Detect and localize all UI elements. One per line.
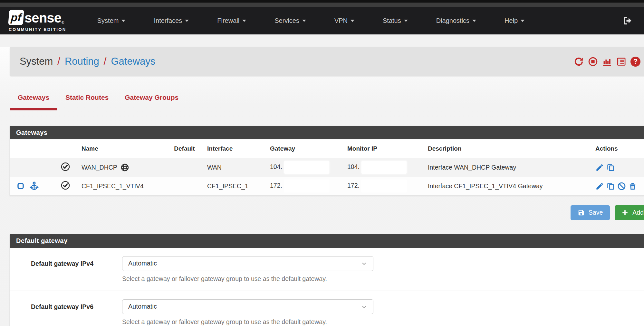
selected-option: Automatic [128,303,157,310]
copy-icon[interactable] [606,163,615,172]
redacted-ip [284,161,329,174]
list-icon[interactable] [616,57,626,67]
pfsense-logo[interactable]: pf sense ® COMMUNITY EDITION [9,10,66,32]
globe-icon [120,163,129,172]
col-description: Description [422,139,590,158]
col-monitor-ip: Monitor IP [341,139,422,158]
chevron-down-icon [521,20,524,22]
gateway-ip: 104. [270,163,282,170]
field-help-text: Select a gateway or failover gateway gro… [122,318,373,326]
edit-icon[interactable] [595,182,604,191]
add-button[interactable]: Add [615,205,644,220]
gateway-ip: 172. [270,182,282,189]
default-cell [168,158,201,177]
tab-bar: Gateways Static Routes Gateway Groups [10,94,644,110]
question-circle-icon[interactable]: ? [630,57,640,67]
refresh-icon[interactable] [574,57,584,67]
field-help-text: Select a gateway or failover gateway gro… [122,275,373,283]
logo-sense-text: sense [24,11,61,25]
logo-registered-mark: ® [62,21,64,24]
edit-icon[interactable] [595,163,604,172]
anchor-icon [29,181,39,191]
save-button-label: Save [589,209,603,216]
description-cell: Interface CF1_IPSEC_1_VTIV4 Gateway [422,177,590,195]
nav-item-label: Interfaces [154,17,182,24]
nav-item-label: Status [383,17,401,24]
select-square-icon[interactable] [17,182,24,190]
save-icon [578,209,585,216]
chevron-down-icon [121,20,125,22]
redacted-ip [361,161,407,174]
window-top-edge [0,0,644,3]
gateway-name: CF1_IPSEC_1_VTIV4 [76,177,168,195]
pf-logo-box: pf [8,10,24,25]
table-button-row: Save Add [10,205,644,220]
plus-icon [621,209,629,216]
col-default: Default [168,139,201,158]
nav-item-label: Help [505,17,518,24]
nav-item-help[interactable]: Help [505,17,524,24]
gateways-table: Name Default Interface Gateway Monitor I… [10,139,644,196]
breadcrumb: System / Routing / Gateways [10,47,644,76]
col-gateway: Gateway [264,139,341,158]
nav-item-vpn[interactable]: VPN [334,17,354,24]
gateways-panel: Gateways Name Default Interface Gateway … [10,126,644,196]
nav-item-diagnostics[interactable]: Diagnostics [436,17,476,24]
monitor-ip: 104. [347,163,360,170]
logout-button[interactable] [623,15,633,26]
col-name: Name [76,139,168,158]
chevron-down-icon [404,20,408,22]
chevron-down-icon [242,20,246,22]
default-gateway-ipv6-label: Default gateway IPv6 [31,299,118,326]
nav-item-label: VPN [334,17,348,24]
breadcrumb-system: System [20,56,53,67]
chevron-down-icon [361,260,367,267]
check-circle-icon [61,181,70,190]
add-button-label: Add [632,209,644,216]
tab-gateways[interactable]: Gateways [10,94,57,110]
nav-item-firewall[interactable]: Firewall [217,17,246,24]
monitor-ip: 172. [347,182,360,189]
chevron-down-icon [185,20,189,22]
trash-icon[interactable] [628,182,637,191]
bar-chart-icon[interactable] [602,57,612,67]
breadcrumb-gateways-link[interactable]: Gateways [111,56,155,67]
nav-item-services[interactable]: Services [274,17,306,24]
save-button[interactable]: Save [571,205,610,220]
check-circle-icon [61,162,70,172]
description-cell: Interface WAN_DHCP Gateway [422,158,590,177]
tab-static-routes[interactable]: Static Routes [57,94,117,110]
nav-item-label: Diagnostics [436,17,469,24]
default-cell [168,177,201,195]
disable-icon[interactable] [617,182,626,191]
window-titlebar-strip [0,3,644,7]
breadcrumb-routing-link[interactable]: Routing [65,56,99,67]
interface-cell: CF1_IPSEC_1 [201,177,264,195]
page-content: System / Routing / Gateways [0,47,644,326]
default-gateway-ipv4-row: Default gateway IPv4 Automatic Select a … [10,248,644,291]
nav-item-interfaces[interactable]: Interfaces [154,17,189,24]
col-actions: Actions [590,139,644,158]
default-gateway-ipv6-select[interactable]: Automatic [122,299,373,314]
chevron-down-icon [472,20,476,22]
chevron-down-icon [351,20,354,22]
default-gateway-panel-title: Default gateway [10,234,644,248]
nav-item-label: System [97,17,119,24]
nav-item-status[interactable]: Status [383,17,408,24]
breadcrumb-separator: / [104,56,107,67]
nav-item-system[interactable]: System [97,17,126,24]
sign-out-icon [623,15,633,26]
copy-icon[interactable] [606,182,615,191]
selected-option: Automatic [128,260,157,267]
chevron-down-icon [361,303,367,310]
breadcrumb-separator: / [57,56,60,67]
interface-cell: WAN [201,158,264,177]
table-row: CF1_IPSEC_1_VTIV4 CF1_IPSEC_1 172. 172. … [10,177,644,195]
default-gateway-ipv4-label: Default gateway IPv4 [31,256,118,283]
tab-gateway-groups[interactable]: Gateway Groups [117,94,187,110]
redacted-ip [361,180,407,192]
logo-edition-text: COMMUNITY EDITION [9,27,66,32]
table-header-row: Name Default Interface Gateway Monitor I… [10,139,644,158]
default-gateway-ipv4-select[interactable]: Automatic [122,256,373,271]
stop-circle-icon[interactable] [588,57,598,67]
